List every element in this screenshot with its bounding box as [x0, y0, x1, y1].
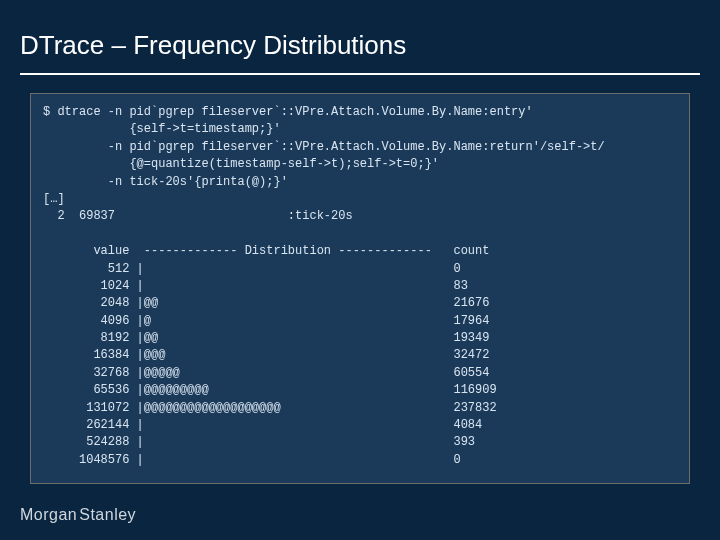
footer-word-2: Stanley	[79, 506, 136, 523]
title-wrap: DTrace – Frequency Distributions	[0, 0, 720, 67]
page-title: DTrace – Frequency Distributions	[20, 30, 700, 61]
title-underline	[20, 73, 700, 75]
code-block: $ dtrace -n pid`pgrep fileserver`::VPre.…	[30, 93, 690, 484]
slide: DTrace – Frequency Distributions $ dtrac…	[0, 0, 720, 540]
footer-logo: MorganStanley	[20, 506, 136, 524]
footer-word-1: Morgan	[20, 506, 77, 523]
